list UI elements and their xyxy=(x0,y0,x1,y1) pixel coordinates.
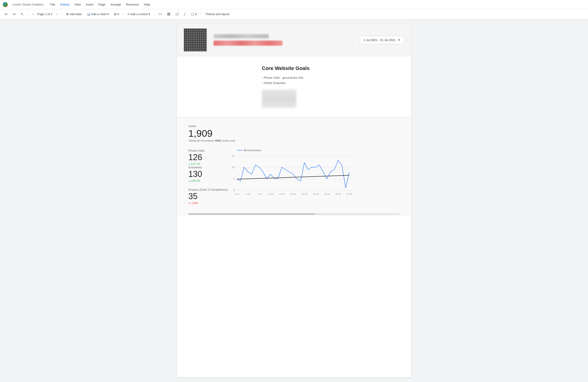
theme-layout-button[interactable]: Theme and layout xyxy=(204,11,231,17)
svg-text:5: 5 xyxy=(233,178,234,180)
app-title: Looker Studio Analytics xyxy=(12,3,43,6)
app-logo-icon xyxy=(3,2,8,7)
divider-4 xyxy=(154,11,155,17)
answered-value: 130 xyxy=(188,170,214,178)
enquiry-arrow xyxy=(188,201,190,205)
circle-menu-caret: ▾ xyxy=(195,12,197,16)
select-icon: ↖ xyxy=(21,12,24,16)
line-button[interactable]: ╱ xyxy=(182,11,188,17)
code-button[interactable]: <> xyxy=(157,11,164,17)
chart-icon: 📊 xyxy=(86,12,90,16)
users-note-text: *hitting the Groundcare xyxy=(188,139,215,142)
date-range-caret: ▼ xyxy=(397,38,400,42)
users-value: 1,909 xyxy=(188,129,400,138)
menu-help[interactable]: Help xyxy=(142,2,152,7)
users-note-end: section only xyxy=(221,139,235,142)
undo-button[interactable]: ↩ xyxy=(3,11,9,18)
svg-text:22 Jul: 22 Jul xyxy=(313,193,318,195)
redo-button[interactable]: ↪ xyxy=(11,11,18,18)
add-chart-label: Add a chart xyxy=(91,12,106,16)
add-control-label: Add a control xyxy=(130,12,148,16)
divider-3 xyxy=(123,11,123,17)
more-charts-icon: ⊞ xyxy=(114,12,116,16)
phone-calls-block: Phone Calls 126 137.7% xyxy=(188,149,214,166)
answered-change: 145.3% xyxy=(188,179,214,182)
enquiry-change: -2.8% xyxy=(188,201,228,205)
goals-list: - Phone Calls - groundcare hire - Online… xyxy=(262,75,326,86)
users-note-bold: HIRE xyxy=(215,139,221,142)
phone-calls-arrow xyxy=(188,162,190,166)
redo-icon: ↪ xyxy=(13,12,16,16)
menu-insert[interactable]: Insert xyxy=(84,2,96,7)
divider-1 xyxy=(28,11,28,17)
goals-section: Core Website Goals - Phone Calls - groun… xyxy=(177,56,411,117)
scroll-bar-area xyxy=(177,211,411,217)
add-data-button[interactable]: ⊞ Add data xyxy=(64,11,83,17)
phone-calls-change-label: 137.7% xyxy=(191,162,200,166)
select-tool-button[interactable]: ↖ xyxy=(19,11,25,18)
svg-text:16 Jul: 16 Jul xyxy=(290,193,296,195)
answered-block: Answered 130 145.3% xyxy=(188,166,214,182)
users-block: Users 1,909 *hitting the Groundcare HIRE… xyxy=(188,124,400,142)
goal-item-1: - Phone Calls - groundcare hire xyxy=(262,75,326,80)
circle-menu-icon: ◯ xyxy=(191,12,194,16)
phone-calls-label: Phone Calls xyxy=(188,149,214,152)
metrics-row: Phone Calls 126 137.7% Answered 130 xyxy=(188,149,400,205)
svg-text:13 Jul: 13 Jul xyxy=(279,193,285,195)
phone-calls-value: 126 xyxy=(188,153,214,162)
add-data-label: Add data xyxy=(70,12,82,16)
chart-svg: 15 10 5 0 1 Jul 4 Jul 7 Jul 10 Jul 13 Ju… xyxy=(228,153,400,205)
scroll-track[interactable] xyxy=(188,213,400,215)
logo-image xyxy=(184,28,207,51)
svg-text:10 Jul: 10 Jul xyxy=(268,193,273,195)
enquiry-label: Enquiry (Goal 3 Completions) xyxy=(188,188,228,191)
svg-text:25 Jul: 25 Jul xyxy=(324,193,330,195)
scroll-thumb[interactable] xyxy=(188,213,315,215)
line-icon: ╱ xyxy=(184,12,186,16)
svg-text:0: 0 xyxy=(233,189,234,191)
legend-line-icon xyxy=(237,150,242,151)
page-navigation: ← Page 1 of 2 → xyxy=(30,12,60,17)
blurred-chart-preview xyxy=(262,90,296,108)
svg-text:15: 15 xyxy=(232,155,234,157)
blurred-tagline xyxy=(214,41,283,46)
control-caret: ▾ xyxy=(149,12,150,16)
answered-arrow xyxy=(188,179,190,182)
main-content: 1 Jul 2021 - 31 Jul 2021 ▼ Core Website … xyxy=(0,19,588,382)
circle-menu-button[interactable]: ◯ ▾ xyxy=(189,11,199,17)
more-charts-button[interactable]: ⊞ ▾ xyxy=(112,11,121,17)
chart-container: All Conversions 15 10 5 xyxy=(228,149,400,205)
date-range-control[interactable]: 1 Jul 2021 - 31 Jul 2021 ▼ xyxy=(360,36,404,44)
menu-resource[interactable]: Resource xyxy=(124,2,141,7)
menu-bar: File Editing View Insert Page Arrange Re… xyxy=(48,2,152,7)
header-text-area xyxy=(214,34,353,46)
prev-page-button[interactable]: ← xyxy=(30,12,36,17)
svg-text:1 Jul: 1 Jul xyxy=(234,193,239,195)
image-button[interactable]: 🖼 xyxy=(165,11,172,17)
next-page-button[interactable]: → xyxy=(54,12,60,17)
page-info-label: Page 1 of 2 xyxy=(37,12,53,16)
chart-legend: All Conversions xyxy=(237,149,400,152)
shape-icon: ⬜ xyxy=(175,12,179,16)
menu-page[interactable]: Page xyxy=(96,2,107,7)
menu-editing[interactable]: Editing xyxy=(58,2,72,7)
enquiry-value: 35 xyxy=(188,192,228,201)
menu-file[interactable]: File xyxy=(48,2,57,7)
add-chart-button[interactable]: 📊 Add a chart ▾ xyxy=(85,11,111,17)
svg-text:4 Jul: 4 Jul xyxy=(246,193,250,195)
chart-dropdown-icon: ▾ xyxy=(107,12,109,16)
company-logo xyxy=(184,28,207,51)
theme-layout-label: Theme and layout xyxy=(205,12,229,16)
menu-arrange[interactable]: Arrange xyxy=(108,2,123,7)
users-label: Users xyxy=(188,124,400,128)
legend-label: All Conversions xyxy=(244,149,261,152)
shape-button[interactable]: ⬜ xyxy=(173,11,181,17)
menu-view[interactable]: View xyxy=(72,2,83,7)
add-control-button[interactable]: ≡ Add a control ▾ xyxy=(126,11,152,17)
enquiry-change-label: -2.8% xyxy=(191,201,198,205)
divider-2 xyxy=(62,11,62,17)
top-bar: Looker Studio Analytics File Editing Vie… xyxy=(0,0,588,9)
goals-content: Core Website Goals - Phone Calls - groun… xyxy=(262,65,326,108)
undo-icon: ↩ xyxy=(5,12,8,16)
control-icon: ≡ xyxy=(127,12,129,16)
